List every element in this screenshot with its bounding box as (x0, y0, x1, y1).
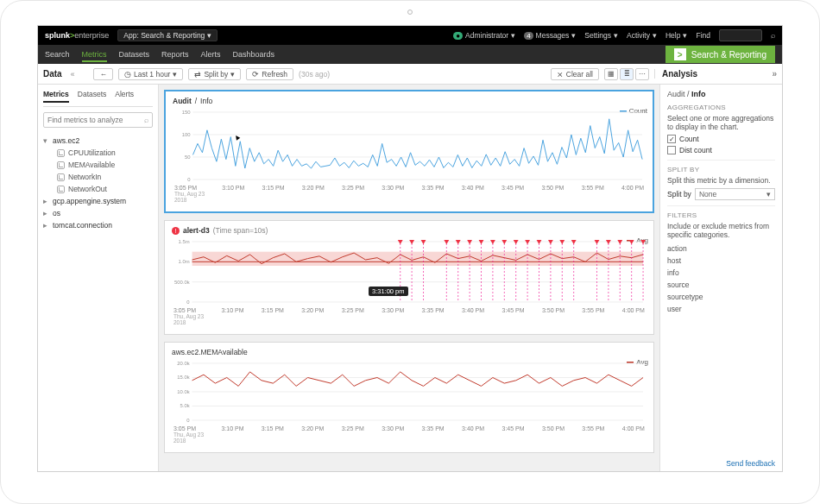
time-range-picker[interactable]: ◷Last 1 hour ▾ (118, 68, 184, 80)
analysis-crumb: Audit / Info (667, 90, 775, 98)
clock-icon: ◷ (124, 70, 131, 79)
app-badge: >Search & Reporting (665, 46, 775, 63)
svg-text:0: 0 (187, 177, 191, 182)
chart1-title-b: Info (200, 97, 212, 105)
tree-leaf-netout[interactable]: NetworkOut (43, 183, 153, 195)
help-menu[interactable]: Help ▾ (665, 31, 687, 40)
chevron-down-icon: ▾ (766, 190, 771, 198)
aggregations-header: AGGREGATIONS (667, 104, 775, 111)
splitby-select[interactable]: None▾ (695, 188, 775, 200)
svg-text:0: 0 (186, 299, 190, 305)
svg-text:1.0m: 1.0m (179, 259, 190, 264)
tree-node-tomcat[interactable]: ▸tomcat.connection (43, 219, 153, 231)
chart-card-memavailable[interactable]: aws.ec2.MEMAvailable Avg 20.0k15.0k10.0k… (164, 342, 654, 453)
clear-icon: ⨯ (557, 70, 564, 79)
brand-name: splunk (45, 31, 70, 40)
workspace-toolbar: Data « ← ◷Last 1 hour ▾ ⇄Split by ▾ ⟳Ref… (38, 64, 782, 85)
chart2-plot: 1.5m1.0m500.0k0 3:31:00 pm (172, 238, 647, 306)
activity-menu[interactable]: Activity ▾ (627, 31, 657, 40)
chart3-plot: 20.0k15.0k10.0k5.0k0 (172, 360, 647, 424)
checkbox-icon: ✓ (667, 135, 676, 143)
menu-alerts[interactable]: Alerts (201, 47, 221, 62)
filter-item[interactable]: info (667, 267, 775, 279)
tree-node-gcp[interactable]: ▸gcp.appengine.system (43, 195, 153, 207)
refresh-button[interactable]: ⟳Refresh (246, 68, 293, 80)
search-icon: ⌕ (144, 116, 148, 124)
chart2-title: alert-d3 (183, 226, 210, 235)
app-selector[interactable]: App: Search & Reporting ▾ (117, 29, 217, 41)
svg-text:50: 50 (185, 154, 191, 160)
view-list-button[interactable]: ≣ (620, 68, 634, 80)
svg-text:1.5m: 1.5m (179, 239, 190, 244)
chart1-xaxis: 3:05 PMThu, Aug 2320183:10 PM3:15 PM3:20… (173, 185, 646, 203)
collapse-left-icon[interactable]: « (71, 70, 75, 79)
menu-metrics[interactable]: Metrics (82, 47, 107, 62)
filter-item[interactable]: user (667, 303, 775, 315)
charts-canvas: Audit / Info Count 150100500 3:05 PMThu,… (159, 85, 659, 471)
settings-menu[interactable]: Settings ▾ (584, 31, 618, 40)
sidebar-tab-datasets[interactable]: Datasets (78, 90, 107, 103)
sidebar-tab-metrics[interactable]: Metrics (43, 90, 69, 103)
svg-text:150: 150 (182, 110, 191, 115)
filter-item[interactable]: sourcetype (667, 291, 775, 303)
tree-node-os[interactable]: ▸os (43, 207, 153, 219)
clear-all-button[interactable]: ⨯Clear all (551, 68, 599, 80)
global-topbar: splunk>enterprise App: Search & Reportin… (38, 26, 782, 45)
filter-item[interactable]: host (667, 255, 775, 267)
sidebar-tab-alerts[interactable]: Alerts (115, 90, 134, 103)
metric-search[interactable]: ⌕ (43, 112, 153, 128)
chart2-tooltip: 3:31:00 pm (369, 287, 408, 296)
checkbox-distcount[interactable]: Dist count (667, 146, 775, 154)
view-more-button[interactable]: ⋯ (635, 68, 649, 80)
menu-search[interactable]: Search (45, 47, 70, 62)
brand-edition: enterprise (74, 31, 109, 40)
app-menubar: Search Metrics Datasets Reports Alerts D… (38, 45, 782, 64)
tree-leaf-cpu[interactable]: CPUUtilization (43, 147, 153, 159)
menu-dashboards[interactable]: Dashboards (233, 47, 275, 62)
collapse-right-icon[interactable]: » (772, 69, 777, 79)
back-button[interactable]: ← (93, 68, 113, 80)
menu-reports[interactable]: Reports (161, 47, 189, 62)
checkbox-count[interactable]: ✓Count (667, 135, 775, 143)
tree-leaf-mem[interactable]: MEMAvailable (43, 159, 153, 171)
brand: splunk>enterprise (45, 31, 109, 40)
svg-text:500.0k: 500.0k (174, 280, 190, 285)
admin-menu[interactable]: ●Administrator ▾ (453, 31, 515, 40)
svg-text:5.0k: 5.0k (180, 403, 189, 408)
metrics-tree: ▾aws.ec2 CPUUtilization MEMAvailable Net… (43, 135, 153, 231)
send-feedback-link[interactable]: Send feedback (726, 459, 775, 468)
splitby-picker[interactable]: ⇄Split by ▾ (188, 68, 241, 80)
analysis-panel-header: Analysis» (654, 69, 777, 79)
data-panel-label: Data (43, 69, 66, 79)
chart-card-alert-d3[interactable]: alert-d3 (Time span=10s) Avg 1.5m1.0m500… (164, 220, 654, 335)
view-grid-button[interactable]: ▦ (604, 68, 618, 80)
filters-list: actionhostinfosourcesourcetypeuser (667, 243, 775, 315)
filter-item[interactable]: source (667, 279, 775, 291)
tree-node-aws-ec2[interactable]: ▾aws.ec2 (43, 135, 153, 147)
chart3-title: aws.ec2.MEMAvailable (172, 348, 248, 356)
cursor-icon (233, 133, 240, 140)
search-icon[interactable]: ⌕ (771, 31, 775, 40)
tree-leaf-netin[interactable]: NetworkIn (43, 171, 153, 183)
filters-desc: Include or exclude metrics from specific… (667, 222, 775, 239)
messages-menu[interactable]: 4Messages ▾ (524, 31, 576, 40)
chart2-sub: (Time span=10s) (213, 226, 268, 235)
find-input[interactable] (719, 29, 762, 41)
refresh-ago: (30s ago) (299, 70, 330, 79)
aggregations-desc: Select one or more aggregations to displ… (667, 114, 775, 131)
chart1-plot: 150100500 (173, 109, 646, 183)
svg-text:0: 0 (186, 418, 190, 423)
messages-badge: 4 (524, 32, 533, 40)
alert-icon (172, 227, 180, 235)
data-sidebar: Metrics Datasets Alerts ⌕ ▾aws.ec2 CPUUt… (38, 85, 159, 471)
chart-card-audit-info[interactable]: Audit / Info Count 150100500 3:05 PMThu,… (164, 90, 654, 213)
svg-text:20.0k: 20.0k (177, 361, 189, 366)
app-logo-icon: > (674, 48, 686, 60)
camera-dot (407, 9, 413, 15)
user-status-icon: ● (453, 32, 463, 40)
menu-datasets[interactable]: Datasets (119, 47, 150, 62)
filter-item[interactable]: action (667, 243, 775, 255)
svg-text:15.0k: 15.0k (177, 375, 189, 380)
metric-search-input[interactable] (47, 116, 144, 124)
svg-text:100: 100 (182, 132, 191, 137)
